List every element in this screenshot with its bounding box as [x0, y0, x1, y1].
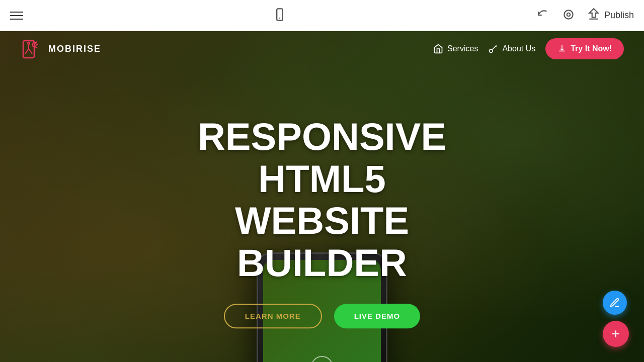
svg-line-12 [35, 47, 37, 48]
services-link[interactable]: Services [433, 44, 478, 54]
svg-point-14 [490, 49, 493, 53]
publish-button[interactable]: Publish [587, 8, 634, 23]
phone-preview-icon[interactable] [273, 8, 287, 24]
preview-icon[interactable] [562, 8, 575, 23]
editor-bar: Publish [0, 0, 644, 31]
live-demo-button[interactable]: LIVE DEMO [334, 304, 421, 329]
svg-line-8 [25, 49, 29, 54]
home-icon [433, 44, 443, 54]
publish-icon [587, 8, 600, 23]
hero-content: RESPONSIVE HTML5 WEBSITE BUILDER LEARN M… [161, 116, 483, 328]
hero-section: MOBIRISE Services About Us [0, 31, 644, 362]
logo-text: MOBIRISE [48, 44, 101, 54]
svg-point-6 [28, 42, 30, 44]
add-fab-button[interactable]: + [603, 321, 629, 347]
hero-buttons: LEARN MORE LIVE DEMO [161, 304, 483, 329]
svg-line-10 [35, 42, 37, 43]
try-it-now-button[interactable]: Try It Now! [545, 38, 624, 59]
edit-fab-button[interactable] [603, 291, 627, 315]
about-link[interactable]: About Us [488, 44, 535, 54]
learn-more-button[interactable]: LEARN MORE [224, 304, 322, 329]
undo-icon[interactable] [537, 8, 550, 23]
svg-point-2 [564, 10, 573, 19]
download-icon [557, 44, 567, 53]
logo-icon [20, 38, 42, 60]
site-nav: MOBIRISE Services About Us [0, 31, 644, 66]
logo-area: MOBIRISE [20, 38, 101, 60]
svg-point-3 [567, 13, 571, 16]
fab-container: + [603, 291, 629, 347]
hero-title: RESPONSIVE HTML5 WEBSITE BUILDER [161, 116, 483, 284]
hamburger-menu[interactable] [10, 12, 23, 20]
pen-icon [609, 297, 620, 308]
svg-line-9 [29, 49, 32, 54]
svg-line-16 [496, 46, 497, 47]
nav-links: Services About Us Try It Now! [433, 38, 624, 59]
key-icon [488, 44, 498, 54]
